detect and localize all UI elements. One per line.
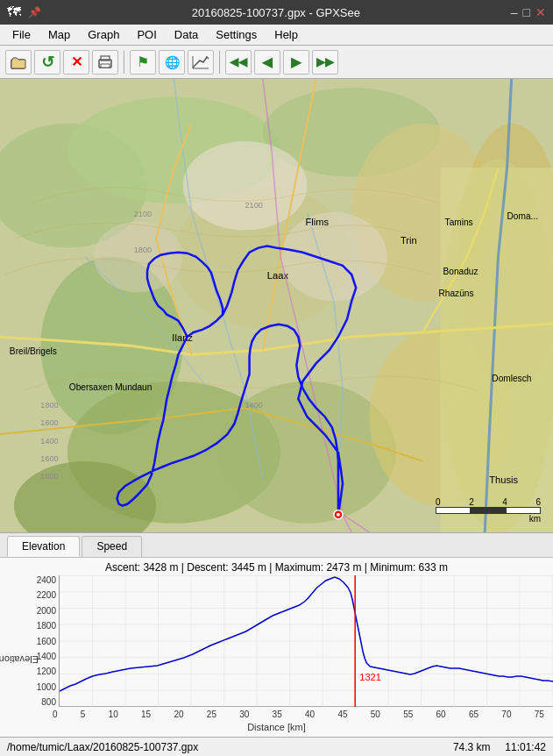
svg-text:1800: 1800 bbox=[134, 246, 152, 254]
print-icon bbox=[97, 54, 113, 70]
status-filepath: /home/tumic/Laax/20160825-100737.gpx bbox=[7, 741, 198, 753]
svg-point-20 bbox=[94, 221, 182, 292]
title-bar-left: 🗺 📌 bbox=[7, 4, 41, 20]
menu-map[interactable]: Map bbox=[39, 26, 79, 43]
cursor-value-label: 1321 bbox=[359, 672, 381, 682]
menu-help[interactable]: Help bbox=[266, 26, 307, 43]
graph-button[interactable] bbox=[188, 50, 214, 75]
open-icon bbox=[11, 55, 26, 69]
svg-point-19 bbox=[280, 212, 387, 301]
pin-icon: 📌 bbox=[28, 6, 41, 18]
menu-settings[interactable]: Settings bbox=[207, 26, 266, 43]
svg-point-33 bbox=[337, 513, 340, 517]
open-button[interactable] bbox=[5, 50, 32, 75]
map-container[interactable]: Flims Laax Trin Tamins Doma... Bonaduz R… bbox=[0, 79, 553, 532]
label-flims: Flims bbox=[305, 217, 329, 227]
label-rhazuns: Rhazüns bbox=[439, 289, 474, 298]
y-label-800: 800 bbox=[28, 697, 56, 707]
svg-text:1600: 1600 bbox=[40, 418, 58, 427]
menu-poi[interactable]: POI bbox=[128, 26, 165, 43]
y-label-2400: 2400 bbox=[28, 575, 56, 585]
waypoint-button[interactable]: ⚑ bbox=[130, 50, 156, 75]
print-button[interactable] bbox=[92, 50, 118, 75]
toolbar: ↺ ✕ ⚑ 🌐 ◀◀ ◀ ▶ ▶▶ bbox=[0, 46, 553, 79]
svg-text:2100: 2100 bbox=[134, 210, 152, 218]
tab-speed[interactable]: Speed bbox=[82, 536, 142, 557]
graph-icon bbox=[192, 55, 209, 69]
label-domat: Doma... bbox=[507, 211, 538, 221]
label-domlesch: Domlesch bbox=[492, 374, 531, 383]
title-controls: – □ ✕ bbox=[511, 5, 546, 19]
y-axis-title: Elevation [m] bbox=[0, 654, 39, 665]
close-file-button[interactable]: ✕ bbox=[63, 50, 89, 75]
scale-unit: km bbox=[529, 514, 541, 524]
menu-bar: File Map Graph POI Data Settings Help bbox=[0, 25, 553, 46]
scale-label-4: 4 bbox=[502, 497, 507, 507]
scale-labels: 0 2 4 6 bbox=[436, 497, 541, 507]
svg-text:1600: 1600 bbox=[40, 454, 58, 463]
first-button[interactable]: ◀◀ bbox=[225, 50, 252, 75]
svg-text:1800: 1800 bbox=[40, 472, 58, 481]
tab-elevation[interactable]: Elevation bbox=[7, 536, 80, 557]
label-thusis: Thusis bbox=[489, 474, 518, 485]
y-label-2200: 2200 bbox=[28, 590, 56, 600]
status-time: 11:01:42 bbox=[505, 741, 546, 753]
elevation-chart[interactable]: 1321 bbox=[60, 575, 553, 707]
toolbar-separator-2 bbox=[219, 51, 220, 74]
x-axis-title: Distance [km] bbox=[0, 720, 553, 737]
status-bar: /home/tumic/Laax/20160825-100737.gpx 74.… bbox=[0, 737, 553, 756]
menu-file[interactable]: File bbox=[4, 26, 39, 43]
y-label-1600: 1600 bbox=[28, 637, 56, 646]
last-button[interactable]: ▶▶ bbox=[312, 50, 338, 75]
toolbar-separator-1 bbox=[124, 51, 124, 74]
graph-stats: Ascent: 3428 m | Descent: 3445 m | Maxim… bbox=[0, 558, 553, 575]
label-trin: Trin bbox=[401, 235, 417, 246]
prev-button[interactable]: ◀ bbox=[254, 50, 280, 75]
x-axis-labels: 0 5 10 15 20 25 30 35 40 45 50 55 60 65 … bbox=[53, 709, 544, 720]
label-bonaduz: Bonaduz bbox=[443, 267, 479, 276]
menu-graph[interactable]: Graph bbox=[79, 26, 128, 43]
svg-text:1400: 1400 bbox=[40, 437, 58, 446]
maximize-button[interactable]: □ bbox=[523, 5, 530, 19]
y-label-1200: 1200 bbox=[28, 667, 56, 676]
next-button[interactable]: ▶ bbox=[283, 50, 309, 75]
menu-data[interactable]: Data bbox=[166, 26, 207, 43]
title-bar: 🗺 📌 20160825-100737.gpx - GPXSee – □ ✕ bbox=[0, 0, 553, 25]
scale-seg-1 bbox=[436, 507, 471, 514]
y-label-2000: 2000 bbox=[28, 606, 56, 616]
minimize-button[interactable]: – bbox=[511, 5, 518, 19]
svg-text:1800: 1800 bbox=[40, 401, 58, 410]
scale-line bbox=[436, 507, 541, 514]
close-window-button[interactable]: ✕ bbox=[535, 5, 546, 19]
scale-label-6: 6 bbox=[535, 497, 541, 507]
scale-bar: 0 2 4 6 km bbox=[436, 497, 541, 524]
window-title: 20160825-100737.gpx - GPXSee bbox=[41, 6, 511, 19]
app-icon: 🗺 bbox=[7, 4, 21, 20]
y-label-1800: 1800 bbox=[28, 621, 56, 631]
label-obersaxen: Obersaxen Mundaun bbox=[69, 382, 152, 392]
graph-area: Elevation Speed Ascent: 3428 m | Descent… bbox=[0, 532, 553, 737]
map-svg: Flims Laax Trin Tamins Doma... Bonaduz R… bbox=[0, 79, 553, 532]
label-breil: Breil/Brigels bbox=[10, 346, 57, 356]
svg-text:2100: 2100 bbox=[245, 201, 263, 210]
status-right: 74.3 km 11:01:42 bbox=[453, 741, 546, 753]
scale-seg-2 bbox=[471, 507, 506, 514]
status-distance: 74.3 km bbox=[453, 741, 491, 753]
y-label-1000: 1000 bbox=[28, 682, 56, 692]
svg-text:1400: 1400 bbox=[245, 401, 263, 410]
label-tamins: Tamins bbox=[445, 218, 473, 227]
reload-button[interactable]: ↺ bbox=[34, 50, 60, 75]
scale-label-2: 2 bbox=[469, 497, 474, 507]
svg-rect-3 bbox=[101, 64, 110, 68]
scale-seg-3 bbox=[506, 507, 541, 514]
tab-bar: Elevation Speed bbox=[0, 533, 553, 558]
scale-label-0: 0 bbox=[436, 497, 441, 507]
map-source-button[interactable]: 🌐 bbox=[159, 50, 185, 75]
